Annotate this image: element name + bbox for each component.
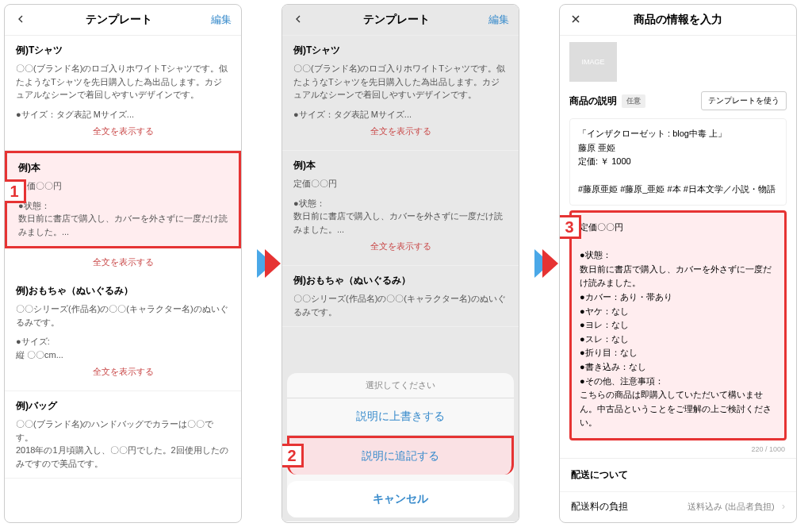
action-sheet: 選択してください 説明に上書きする 説明に追記する キャンセル xyxy=(287,373,514,517)
item-status: ●状態： 数日前に書店で購入し、カバーを外さずに一度だけ読みました。... xyxy=(293,197,508,237)
arrow-2 xyxy=(523,0,555,527)
desc-label-text: 商品の説明 xyxy=(569,94,617,108)
page-title: テンプレート xyxy=(86,13,152,27)
item-body: 〇〇シリーズ(作品名)の〇〇(キャラクター名)のぬいぐるみです。 xyxy=(293,292,508,318)
header: 商品の情報を入力 xyxy=(560,5,796,36)
show-all-link[interactable]: 全文を表示する xyxy=(5,248,241,276)
item-title: 例)本 xyxy=(18,161,228,175)
sheet-title: 選択してください xyxy=(287,373,514,398)
item-title: 例)本 xyxy=(293,159,508,172)
ship-fee-label: 配送料の負担 xyxy=(571,500,628,514)
chevron-right-icon: › xyxy=(782,501,785,512)
item-title: 例)バッグ xyxy=(16,399,230,413)
optional-tag: 任意 xyxy=(622,94,645,108)
template-item-tshirt[interactable]: 例)Tシャツ 〇〇(ブランド名)のロゴ入りホワイトTシャツです。似たようなTシャ… xyxy=(5,36,241,151)
template-item: 例)本 定価〇〇円 ●状態： 数日前に書店で購入し、カバーを外さずに一度だけ読み… xyxy=(282,151,519,266)
append-button-highlighted[interactable]: 説明に追記する xyxy=(287,436,514,475)
cancel-button[interactable]: キャンセル xyxy=(287,481,514,517)
size-val: 縦 〇〇cm... xyxy=(16,348,230,362)
edit-button[interactable]: 編集 xyxy=(211,13,232,27)
content: IMAGE 商品の説明 任意 テンプレートを使う 「インザクローゼット : bl… xyxy=(560,36,796,521)
template-item-toy[interactable]: 例)おもちゃ（ぬいぐるみ） 〇〇シリーズ(作品名)の〇〇(キャラクター名)のぬい… xyxy=(5,276,241,391)
back-icon[interactable] xyxy=(14,13,27,27)
step-badge-2: 2 xyxy=(282,444,304,467)
show-all-link[interactable]: 全文を表示する xyxy=(16,361,230,383)
item-body: 定価〇〇円 xyxy=(18,179,228,193)
desc-prefill: 「インザクローゼット : blog中毒 上」 藤原 亜姫 定価: ￥ 1000 … xyxy=(578,127,778,197)
template-item: 例)おもちゃ（ぬいぐるみ） 〇〇シリーズ(作品名)の〇〇(キャラクター名)のぬい… xyxy=(282,266,519,327)
arrow-1 xyxy=(246,0,278,527)
back-icon[interactable] xyxy=(292,13,304,27)
template-item-book-highlighted[interactable]: 例)本 定価〇〇円 ●状態： 数日前に書店で購入し、カバーを外さずに一度だけ読み… xyxy=(5,151,241,248)
item-body: 定価〇〇円 xyxy=(293,177,508,190)
item-body: 〇〇(ブランド名)のロゴ入りホワイトTシャツです。似たようなTシャツを先日購入し… xyxy=(16,62,230,102)
content: 例)Tシャツ 〇〇(ブランド名)のロゴ入りホワイトTシャツです。似たようなTシャ… xyxy=(5,36,241,521)
show-all-link: 全文を表示する xyxy=(293,236,508,257)
overwrite-button[interactable]: 説明に上書きする xyxy=(287,398,514,436)
page-title: 商品の情報を入力 xyxy=(634,13,722,27)
item-title: 例)おもちゃ（ぬいぐるみ） xyxy=(16,284,230,298)
template-item-bag[interactable]: 例)バッグ 〇〇(ブランド名)のハンドバッグでカラーは〇〇です。 2018年の1… xyxy=(5,391,241,479)
show-all-link: 全文を表示する xyxy=(293,121,508,142)
item-title: 例)Tシャツ xyxy=(293,44,508,57)
screen-1-templates: 1 テンプレート 編集 例)Tシャツ 〇〇(ブランド名)のロゴ入りホワイトTシャ… xyxy=(4,4,242,523)
screen-3-product-info: 3 商品の情報を入力 IMAGE 商品の説明 任意 テンプレートを使う 「インザ… xyxy=(559,4,797,523)
item-size: ●サイズ：タグ表記 Mサイズ... xyxy=(16,108,230,121)
show-all-link[interactable]: 全文を表示する xyxy=(16,121,230,142)
size-label: ●サイズ: xyxy=(16,335,230,348)
item-body: 〇〇シリーズ(作品名)の〇〇(キャラクター名)のぬいぐるみです。 xyxy=(16,302,230,329)
item-status: ●状態： 数日前に書店で購入し、カバーを外さずに一度だけ読みました。... xyxy=(18,199,228,239)
item-title: 例)おもちゃ（ぬいぐるみ） xyxy=(293,274,508,287)
step-badge-3: 3 xyxy=(559,215,581,239)
shipping-fee-row[interactable]: 配送料の負担 送料込み (出品者負担) › xyxy=(560,491,796,521)
header: テンプレート 編集 xyxy=(5,5,241,36)
image-slot[interactable]: IMAGE xyxy=(569,42,617,82)
use-template-button[interactable]: テンプレートを使う xyxy=(701,91,787,110)
template-item: 例)Tシャツ 〇〇(ブランド名)のロゴ入りホワイトTシャツです。似たようなTシャ… xyxy=(282,36,519,151)
char-counter: 220 / 1000 xyxy=(560,445,796,458)
item-size: ●サイズ：タグ表記 Mサイズ... xyxy=(293,108,508,121)
item-title: 例)Tシャツ xyxy=(16,44,230,57)
item-body: 〇〇(ブランド名)のハンドバッグでカラーは〇〇です。 2018年の1月頃購入し、… xyxy=(16,417,230,470)
close-icon[interactable] xyxy=(569,13,582,27)
desc-appended: 定価〇〇円 ●状態： 数日前に書店で購入し、カバーを外さずに一度だけ読みました。… xyxy=(580,221,776,430)
appended-template-highlight: 定価〇〇円 ●状態： 数日前に書店で購入し、カバーを外さずに一度だけ読みました。… xyxy=(569,210,787,440)
step-badge-1: 1 xyxy=(4,179,26,203)
ship-fee-value: 送料込み (出品者負担) xyxy=(688,502,774,511)
description-section-label: 商品の説明 任意 テンプレートを使う xyxy=(560,88,796,113)
description-textarea[interactable]: 「インザクローゼット : blog中毒 上」 藤原 亜姫 定価: ￥ 1000 … xyxy=(569,118,787,206)
header: テンプレート 編集 xyxy=(282,5,519,36)
page-title: テンプレート xyxy=(363,13,430,27)
shipping-section-title: 配送について xyxy=(560,458,796,491)
screen-2-action-sheet: 2 テンプレート 編集 例)Tシャツ 〇〇(ブランド名)のロゴ入りホワイトTシャ… xyxy=(282,4,519,523)
item-body: 〇〇(ブランド名)のロゴ入りホワイトTシャツです。似たようなTシャツを先日購入し… xyxy=(293,62,508,102)
edit-button[interactable]: 編集 xyxy=(488,13,509,27)
